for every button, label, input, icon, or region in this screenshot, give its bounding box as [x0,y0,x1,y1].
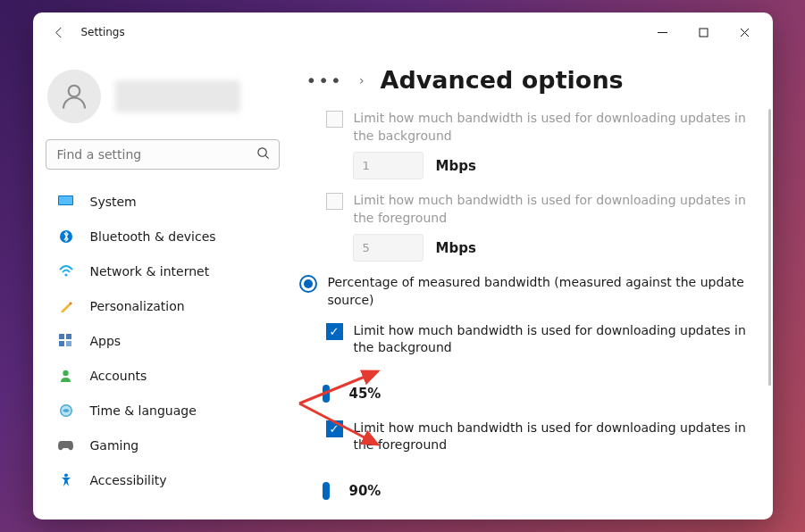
back-button[interactable] [51,23,69,41]
chevron-right-icon: › [359,73,365,87]
nav-label: Personalization [90,299,185,313]
user-profile[interactable] [46,62,285,139]
avatar [47,70,101,123]
svg-rect-12 [66,341,71,346]
breadcrumb-more-icon[interactable]: ••• [306,71,343,89]
maximize-button[interactable] [683,19,725,46]
titlebar: Settings [33,12,773,52]
network-icon [58,263,74,279]
nav-list: System Bluetooth & devices Network & int… [46,184,285,497]
checkbox-bg-percent[interactable] [326,323,343,340]
nav-system[interactable]: System [46,184,285,219]
slider-value-bg: 45% [349,386,385,402]
nav-accounts[interactable]: Accounts [46,358,285,393]
svg-line-4 [265,155,268,158]
svg-rect-10 [66,334,71,339]
nav-apps[interactable]: Apps [46,323,285,358]
checkbox-bg-absolute[interactable] [326,111,343,128]
checkbox-fg-percent[interactable] [326,420,343,437]
breadcrumb: ••• › Advanced options [299,66,773,94]
bluetooth-icon [58,229,74,245]
unit-label: Mbps [436,158,476,174]
minimize-button[interactable] [642,19,683,46]
option-percentage-mode[interactable]: Percentage of measured bandwidth (measur… [299,274,762,309]
slider-row-bg: 45% [326,368,354,402]
svg-rect-1 [700,29,708,37]
time-icon [58,403,74,419]
nav-label: Apps [90,334,122,348]
nav-label: Accounts [90,369,147,383]
input-row-bg-absolute: Mbps [353,152,762,179]
unit-label: Mbps [436,240,476,256]
option-label: Limit how much bandwidth is used for dow… [354,192,762,227]
apps-icon [58,333,74,349]
username-redacted [115,80,240,112]
page-title: Advanced options [381,66,624,94]
option-limit-fg-percent: Limit how much bandwidth is used for dow… [326,420,762,454]
nav-network[interactable]: Network & internet [46,254,285,288]
svg-point-16 [64,473,68,477]
checkbox-fg-absolute[interactable] [326,193,343,210]
nav-bluetooth[interactable]: Bluetooth & devices [46,219,285,254]
option-label: Limit how much bandwidth is used for dow… [354,110,762,145]
option-label: Limit how much bandwidth is used for dow… [354,420,762,454]
accessibility-icon [58,472,74,488]
nav-label: Time & language [90,403,197,418]
input-row-fg-absolute: Mbps [353,234,762,262]
personalization-icon [58,298,74,314]
input-fg-mbps [353,234,423,262]
app-title: Settings [81,26,125,38]
search-box[interactable] [46,139,280,170]
option-limit-bg-percent: Limit how much bandwidth is used for dow… [326,322,762,357]
search-icon [256,146,270,163]
nav-label: Accessibility [90,473,167,487]
svg-point-2 [68,86,80,97]
content-area: ••• › Advanced options Limit how much ba… [292,52,773,520]
nav-accessibility[interactable]: Accessibility [46,462,285,497]
nav-label: Bluetooth & devices [90,229,216,244]
slider-row-fg: 90% [326,465,354,499]
svg-rect-11 [59,341,64,346]
accounts-icon [58,368,74,384]
settings-window: Settings [33,12,773,520]
option-label: Percentage of measured bandwidth (measur… [328,274,762,309]
nav-time[interactable]: Time & language [46,393,285,428]
nav-gaming[interactable]: Gaming [46,428,285,462]
svg-rect-9 [59,334,64,339]
search-input[interactable] [57,147,256,162]
nav-label: Network & internet [90,264,210,278]
radio-percentage[interactable] [299,275,317,293]
nav-label: System [90,195,137,209]
nav-personalization[interactable]: Personalization [46,288,285,323]
svg-point-13 [63,370,68,376]
close-button[interactable] [725,19,766,46]
option-limit-bg-absolute: Limit how much bandwidth is used for dow… [326,110,762,145]
slider-value-fg: 90% [349,483,385,499]
sidebar: System Bluetooth & devices Network & int… [33,52,292,520]
scrollbar[interactable] [768,109,771,386]
option-limit-fg-absolute: Limit how much bandwidth is used for dow… [326,192,762,227]
svg-point-3 [257,147,265,155]
system-icon [58,194,74,210]
input-bg-mbps [353,152,423,179]
gaming-icon [58,437,74,453]
svg-rect-6 [59,196,72,204]
nav-label: Gaming [90,438,139,453]
option-label: Limit how much bandwidth is used for dow… [354,322,762,357]
svg-point-8 [64,273,67,276]
